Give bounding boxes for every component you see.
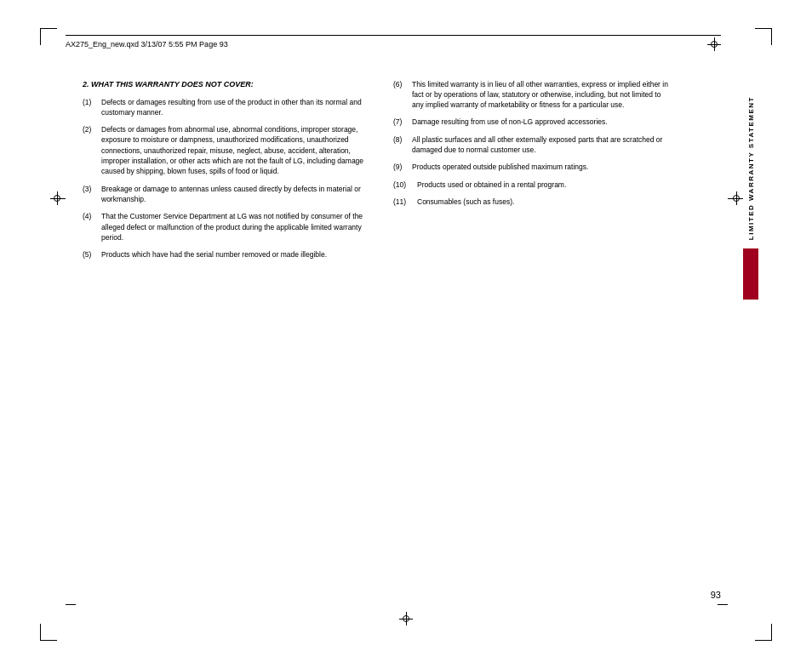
- list-text-10: Products used or obtained in a rental pr…: [417, 180, 670, 190]
- corner-mark-tr: [755, 28, 772, 45]
- list-text-6: This limited warranty is in lieu of all …: [412, 79, 670, 111]
- page: AX275_Eng_new.qxd 3/13/07 5:55 PM Page 9…: [0, 0, 812, 668]
- content-area: 2. WHAT THIS WARRANTY DOES NOT COVER: (1…: [83, 79, 721, 590]
- bottom-reg-mark: [399, 612, 413, 625]
- sidebar-color-bar: [743, 248, 758, 300]
- book-page: AX275_Eng_new.qxd 3/13/07 5:55 PM Page 9…: [40, 28, 772, 641]
- sidebar-label: LIMITED WARRANTY STATEMENT: [747, 96, 755, 240]
- sidebar: LIMITED WARRANTY STATEMENT: [729, 96, 772, 573]
- list-text-11: Consumables (such as fuses).: [417, 197, 670, 207]
- trim-bottom-left: [66, 604, 76, 605]
- left-column: 2. WHAT THIS WARRANTY DOES NOT COVER: (1…: [83, 79, 389, 590]
- list-num-5: (5): [83, 249, 101, 260]
- list-num-4: (4): [83, 211, 101, 221]
- left-reg-mark: [50, 191, 64, 205]
- list-item: (8) All plastic surfaces and all other e…: [393, 134, 670, 156]
- section-title: 2. WHAT THIS WARRANTY DOES NOT COVER:: [83, 79, 372, 90]
- list-num-2: (2): [83, 124, 101, 134]
- list-item: (1) Defects or damages resulting from us…: [83, 97, 372, 118]
- list-item: (11) Consumables (such as fuses).: [393, 197, 670, 207]
- list-text-4: That the Customer Service Department at …: [101, 211, 372, 243]
- trim-bottom-right: [718, 604, 728, 605]
- list-item: (9) Products operated outside published …: [393, 162, 670, 172]
- list-text-1: Defects or damages resulting from use of…: [101, 97, 372, 118]
- list-item: (4) That the Customer Service Department…: [83, 211, 372, 243]
- list-text-3: Breakage or damage to antennas unless ca…: [101, 184, 372, 205]
- list-num-9: (9): [393, 162, 412, 172]
- corner-mark-tl: [40, 28, 57, 45]
- header-bar: AX275_Eng_new.qxd 3/13/07 5:55 PM Page 9…: [66, 35, 721, 51]
- list-text-9: Products operated outside published maxi…: [412, 162, 670, 172]
- list-num-11: (11): [393, 197, 417, 207]
- list-item: (5) Products which have had the serial n…: [83, 249, 372, 260]
- list-num-3: (3): [83, 184, 101, 194]
- list-item: (7) Damage resulting from use of non-LG …: [393, 117, 670, 127]
- page-number: 93: [711, 590, 721, 600]
- list-item: (6) This limited warranty is in lieu of …: [393, 79, 670, 111]
- list-item: (10) Products used or obtained in a rent…: [393, 180, 670, 190]
- list-num-6: (6): [393, 79, 412, 89]
- list-item: (3) Breakage or damage to antennas unles…: [83, 184, 372, 205]
- corner-mark-br: [755, 624, 772, 641]
- header-reg-mark: [707, 37, 721, 51]
- list-num-7: (7): [393, 117, 412, 127]
- list-num-8: (8): [393, 134, 412, 145]
- right-column: (6) This limited warranty is in lieu of …: [389, 79, 670, 590]
- list-text-8: All plastic surfaces and all other exter…: [412, 134, 670, 156]
- list-item: (2) Defects or damages from abnormal use…: [83, 124, 372, 177]
- list-num-10: (10): [393, 180, 417, 190]
- list-text-5: Products which have had the serial numbe…: [101, 249, 372, 260]
- list-num-1: (1): [83, 97, 101, 107]
- corner-mark-bl: [40, 624, 57, 641]
- header-text: AX275_Eng_new.qxd 3/13/07 5:55 PM Page 9…: [66, 40, 707, 49]
- list-text-2: Defects or damages from abnormal use, ab…: [101, 124, 372, 177]
- list-text-7: Damage resulting from use of non-LG appr…: [412, 117, 670, 127]
